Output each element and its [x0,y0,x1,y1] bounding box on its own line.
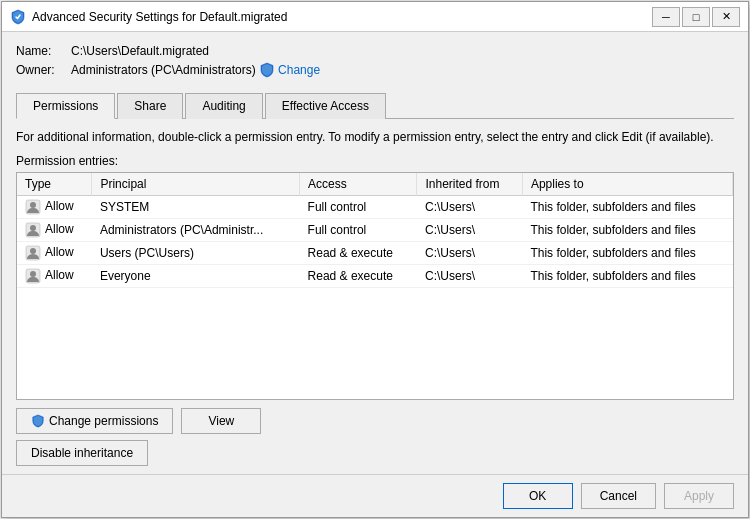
owner-shield-icon [259,62,275,78]
tab-effective-access[interactable]: Effective Access [265,93,386,119]
cell-principal: Administrators (PC\Administr... [92,218,300,241]
table-row[interactable]: AllowUsers (PC\Users)Read & executeC:\Us… [17,241,733,264]
advanced-security-window: Advanced Security Settings for Default.m… [1,1,749,518]
name-value: C:\Users\Default.migrated [71,44,209,58]
cell-type: Allow [17,241,92,264]
cell-access: Read & execute [300,264,417,287]
col-applies: Applies to [522,173,732,196]
owner-value: Administrators (PC\Administrators) [71,63,256,77]
tabs-bar: Permissions Share Auditing Effective Acc… [16,92,734,119]
col-inherited: Inherited from [417,173,522,196]
disable-inheritance-button[interactable]: Disable inheritance [16,440,148,466]
user-icon [25,268,41,284]
col-type: Type [17,173,92,196]
cell-principal: SYSTEM [92,195,300,218]
change-owner-link[interactable]: Change [278,63,320,77]
view-button[interactable]: View [181,408,261,434]
svg-point-7 [30,271,36,277]
svg-point-3 [30,225,36,231]
tab-permissions[interactable]: Permissions [16,93,115,119]
col-principal: Principal [92,173,300,196]
cell-principal: Users (PC\Users) [92,241,300,264]
svg-point-5 [30,248,36,254]
disable-area: Disable inheritance [16,440,734,466]
user-icon [25,222,41,238]
apply-button[interactable]: Apply [664,483,734,509]
cell-applies: This folder, subfolders and files [522,241,732,264]
col-access: Access [300,173,417,196]
user-icon [25,245,41,261]
cell-inherited: C:\Users\ [417,264,522,287]
permissions-table: Type Principal Access Inherited from App… [17,173,733,288]
name-row: Name: C:\Users\Default.migrated [16,44,734,58]
tab-share[interactable]: Share [117,93,183,119]
cell-type: Allow [17,264,92,287]
cell-principal: Everyone [92,264,300,287]
cancel-button[interactable]: Cancel [581,483,656,509]
cell-inherited: C:\Users\ [417,218,522,241]
close-button[interactable]: ✕ [712,7,740,27]
cell-applies: This folder, subfolders and files [522,218,732,241]
permissions-table-container[interactable]: Type Principal Access Inherited from App… [16,172,734,400]
change-permissions-button[interactable]: Change permissions [16,408,173,434]
cell-inherited: C:\Users\ [417,241,522,264]
main-content: Name: C:\Users\Default.migrated Owner: A… [2,32,748,474]
window-title: Advanced Security Settings for Default.m… [32,10,287,24]
bottom-buttons: Change permissions View [16,408,734,434]
title-bar-controls: ─ □ ✕ [652,7,740,27]
title-bar-left: Advanced Security Settings for Default.m… [10,9,287,25]
cell-access: Full control [300,195,417,218]
user-icon [25,199,41,215]
ok-button[interactable]: OK [503,483,573,509]
table-row[interactable]: AllowAdministrators (PC\Administr...Full… [17,218,733,241]
window-icon [10,9,26,25]
table-row[interactable]: AllowSYSTEMFull controlC:\Users\This fol… [17,195,733,218]
title-bar: Advanced Security Settings for Default.m… [2,2,748,32]
entries-label: Permission entries: [16,154,734,168]
owner-label: Owner: [16,63,71,77]
cell-access: Full control [300,218,417,241]
cell-access: Read & execute [300,241,417,264]
table-row[interactable]: AllowEveryoneRead & executeC:\Users\This… [17,264,733,287]
description-text: For additional information, double-click… [16,129,734,146]
svg-point-1 [30,202,36,208]
table-header-row: Type Principal Access Inherited from App… [17,173,733,196]
tab-content-permissions: For additional information, double-click… [16,119,734,466]
cell-applies: This folder, subfolders and files [522,195,732,218]
table-body: AllowSYSTEMFull controlC:\Users\This fol… [17,195,733,287]
name-label: Name: [16,44,71,58]
maximize-button[interactable]: □ [682,7,710,27]
shield-btn-icon [31,414,45,428]
minimize-button[interactable]: ─ [652,7,680,27]
cell-type: Allow [17,195,92,218]
cell-type: Allow [17,218,92,241]
change-permissions-label: Change permissions [49,414,158,428]
tab-auditing[interactable]: Auditing [185,93,262,119]
cell-inherited: C:\Users\ [417,195,522,218]
dialog-footer: OK Cancel Apply [2,474,748,517]
cell-applies: This folder, subfolders and files [522,264,732,287]
owner-row: Owner: Administrators (PC\Administrators… [16,62,734,78]
